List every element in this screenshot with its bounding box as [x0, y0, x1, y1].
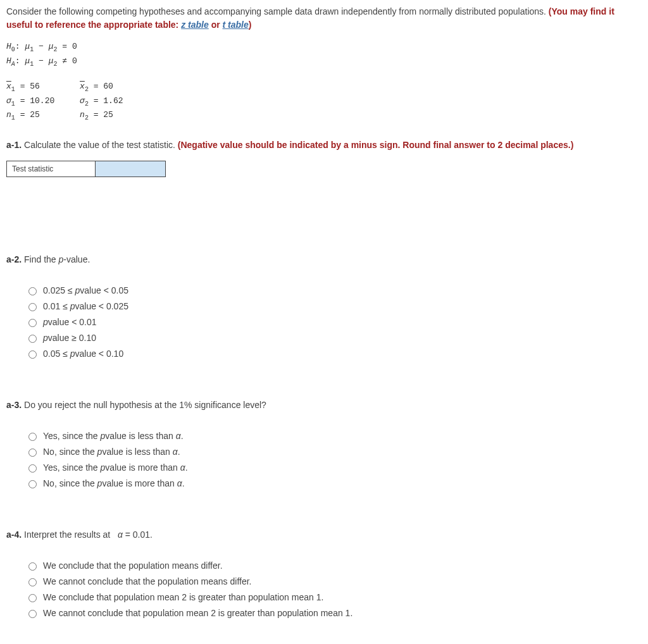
n2-row: n2 = 25 — [80, 109, 123, 123]
a3-option-4: No, since the pvalue is more than α. — [25, 477, 642, 490]
a3-options: Yes, since the pvalue is less than α. No… — [25, 430, 642, 490]
a4-option-2: We cannot conclude that the population m… — [25, 575, 642, 588]
a2-radio-1[interactable] — [28, 287, 37, 295]
a4-option-4: We cannot conclude that population mean … — [25, 607, 642, 620]
test-statistic-input[interactable] — [96, 163, 165, 175]
a4-label-4: We cannot conclude that population mean … — [43, 607, 352, 620]
sigma1-row: σ1 = 10.20 — [6, 95, 54, 109]
a3-radio-4[interactable] — [28, 480, 37, 488]
a3-radio-3[interactable] — [28, 464, 37, 473]
sample-data-block: x1 = 56 σ1 = 10.20 n1 = 25 x2 = 60 σ2 = … — [6, 80, 642, 123]
sample-2-col: x2 = 60 σ2 = 1.62 n2 = 25 — [80, 80, 123, 123]
a2-option-5: 0.05 ≤ pvalue < 0.10 — [25, 347, 642, 361]
a4-label-1: We conclude that the population means di… — [43, 559, 223, 573]
sigma2-row: σ2 = 1.62 — [80, 95, 123, 109]
intro-text: Consider the following competing hypothe… — [6, 6, 549, 16]
sample-1-col: x1 = 56 σ1 = 10.20 n1 = 25 — [6, 80, 54, 123]
a3-option-2: No, since the pvalue is less than α. — [25, 445, 642, 459]
hypotheses-block: H0: μ1 − μ2 = 0 HA: μ1 − μ2 ≠ 0 — [6, 40, 642, 69]
a2-options: 0.025 ≤ pvalue < 0.05 0.01 ≤ pvalue < 0.… — [25, 284, 642, 361]
a2-option-4: pvalue ≥ 0.10 — [25, 331, 642, 345]
a1-number: a-1. — [6, 140, 22, 150]
question-a1: a-1. Calculate the value of the test sta… — [6, 139, 642, 152]
a3-text: Do you reject the null hypothesis at the… — [22, 400, 266, 410]
x1-row: x1 = 56 — [6, 80, 54, 95]
a4-number: a-4. — [6, 529, 22, 540]
intro-paragraph: Consider the following competing hypothe… — [6, 5, 642, 32]
x2-row: x2 = 60 — [80, 80, 123, 95]
a1-text: Calculate the value of the test statisti… — [22, 140, 178, 150]
a4-options: We conclude that the population means di… — [25, 559, 642, 620]
a2-option-1: 0.025 ≤ pvalue < 0.05 — [25, 284, 642, 297]
test-statistic-label: Test statistic — [7, 161, 96, 176]
question-a4: a-4. Interpret the results at α = 0.01. — [6, 528, 642, 542]
t-table-link[interactable]: t table — [223, 20, 249, 30]
a3-radio-2[interactable] — [28, 449, 37, 457]
a4-label-3: We conclude that population mean 2 is gr… — [43, 591, 323, 604]
a2-option-3: pvalue < 0.01 — [25, 316, 642, 329]
a2-radio-2[interactable] — [28, 303, 37, 311]
a2-option-2: 0.01 ≤ pvalue < 0.025 — [25, 300, 642, 313]
a3-option-1: Yes, since the pvalue is less than α. — [25, 430, 642, 443]
a4-label-2: We cannot conclude that the population m… — [43, 575, 252, 588]
alt-hypothesis: HA: μ1 − μ2 ≠ 0 — [6, 55, 642, 70]
n1-row: n1 = 25 — [6, 109, 54, 123]
a3-option-3: Yes, since the pvalue is more than α. — [25, 461, 642, 474]
question-a2: a-2. Find the p-value. — [6, 253, 642, 266]
null-hypothesis: H0: μ1 − μ2 = 0 — [6, 40, 642, 55]
a4-radio-1[interactable] — [28, 562, 37, 571]
a4-option-1: We conclude that the population means di… — [25, 559, 642, 573]
a4-option-3: We conclude that population mean 2 is gr… — [25, 591, 642, 604]
a2-radio-5[interactable] — [28, 350, 37, 359]
a3-radio-1[interactable] — [28, 433, 37, 441]
a3-number: a-3. — [6, 400, 22, 410]
a4-radio-4[interactable] — [28, 610, 37, 618]
a1-instruction: (Negative value should be indicated by a… — [178, 140, 573, 150]
test-statistic-table: Test statistic — [6, 161, 166, 177]
z-table-link[interactable]: z table — [181, 20, 209, 30]
a2-radio-3[interactable] — [28, 319, 37, 327]
question-a3: a-3. Do you reject the null hypothesis a… — [6, 399, 642, 412]
a4-radio-3[interactable] — [28, 594, 37, 602]
a2-number: a-2. — [6, 254, 22, 264]
a2-radio-4[interactable] — [28, 335, 37, 343]
a4-radio-2[interactable] — [28, 578, 37, 586]
